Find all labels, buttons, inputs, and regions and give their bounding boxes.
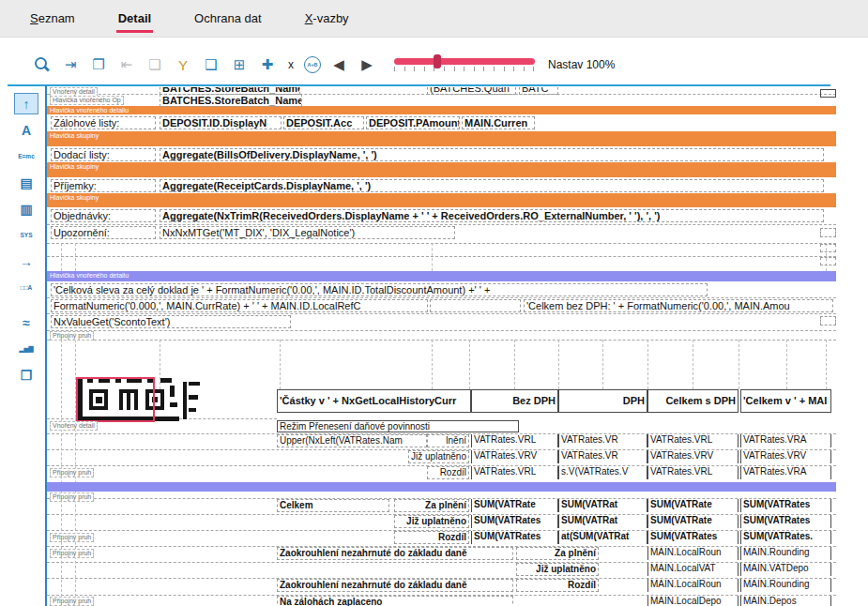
report-field[interactable]: Dodací listy: [51,148,156,161]
band-caption[interactable]: Připojný pruh [50,492,94,502]
tab-detail[interactable]: Detail [118,10,151,26]
design-canvas[interactable]: Hlavička vnořeného detailuHlavička skupi… [47,87,868,606]
report-field[interactable]: Na zálohách zaplaceno [277,596,513,606]
report-field[interactable]: MAIN.LocalDepo [647,596,739,606]
report-field[interactable]: MAIN.LocalRoun [647,579,739,592]
band-caption[interactable]: Připojný pruh [50,533,94,542]
report-field[interactable]: NxValueGet('ScontoText') [51,315,291,328]
next-page-icon[interactable]: ▶ [357,54,377,75]
band-caption[interactable]: Připojný pruh [50,468,94,477]
report-field[interactable]: Za plnění [516,547,599,560]
report-field[interactable]: VATRates.VRL [647,434,739,447]
report-field[interactable]: SUM(VATRates [471,515,558,528]
report-field[interactable]: SUM(VATRate [647,499,739,512]
report-field[interactable]: Zaokrouhlení nezahrnuté do základu daně [277,547,513,560]
report-field[interactable]: 'Celková sleva za celý doklad je ' + For… [51,283,708,296]
report-field[interactable]: Rozdíl [394,531,469,544]
page-section-alt-tool[interactable]: ▥ [14,198,38,220]
report-field[interactable]: MAIN.VATDepo [740,563,831,576]
report-field[interactable] [820,257,836,265]
grid-icon[interactable]: ⊞ [229,54,250,75]
report-field[interactable]: Již uplatněno [394,515,469,528]
report-field[interactable]: SUM(VATRat [558,499,647,512]
tab-seznam[interactable]: Seznam [30,10,75,26]
sys-tool[interactable]: SYS [14,224,38,246]
report-field[interactable]: MAIN.Rounding [740,547,831,560]
chart-tool[interactable]: ▂▅▇ [14,338,38,359]
tab-ochrana-dat[interactable]: Ochrana dat [194,10,262,26]
report-field[interactable]: SUM(VATRates [471,531,558,544]
report-field[interactable]: VATRates.VRV [471,450,558,463]
report-field[interactable]: Za plnění [394,499,469,512]
select-tool[interactable]: ↑ [14,93,38,114]
report-field[interactable]: Objednávky: [51,209,156,222]
band-caption[interactable]: Vnořený detail [50,421,98,431]
report-field[interactable]: MAIN.LocalRoun [647,547,739,560]
report-field[interactable]: Aggregate(NxTrimR(ReceivedOrders.Display… [160,209,824,222]
move-icon[interactable]: ✚ [257,54,278,75]
report-field[interactable]: VATRates.VR [558,450,647,463]
report-field[interactable]: DEPOSIT.Acc [283,116,364,129]
formula-tool[interactable]: E=mc [14,145,38,167]
report-field[interactable]: BATC [519,87,558,95]
band-caption[interactable]: Připojný pruh [50,549,94,558]
report-field[interactable] [820,316,836,326]
report-field[interactable]: 'Částky v ' + NxGetLocalHistoryCurr [277,389,471,413]
wizard-icon[interactable]: Y [173,54,193,75]
report-field[interactable] [430,299,521,312]
zoom-slider-thumb[interactable] [434,54,441,68]
band-strip[interactable]: Hlavička skupiny [47,162,836,177]
report-field[interactable]: Zaokrouhlení nezahrnuté do základu daně [277,579,513,592]
prev-page-icon[interactable]: ◀ [328,54,349,75]
report-field[interactable]: Aggregate(BillsOfDelivery.DisplayName, '… [160,148,824,161]
report-field[interactable] [820,228,836,237]
report-field[interactable]: DEPOSIT.ID.DisplayN [160,116,282,129]
report-field[interactable]: MAIN.LocalVAT [647,563,739,576]
page-export-icon[interactable]: ⇥ [60,54,81,75]
report-field[interactable]: Upper(NxLeft(VATRates.Nam [277,434,427,447]
page-section-tool[interactable]: ▤ [14,172,38,193]
report-field[interactable]: NxNxMTGet('MT_DIX', 'DIX_LegalNotice') [160,226,455,239]
pages-copy-icon[interactable]: ❐ [88,54,109,75]
report-field[interactable] [820,244,836,252]
report-field[interactable]: Režim Přenesení daňové povinnosti [277,420,519,432]
report-field[interactable]: VATRates.VRL [471,466,558,479]
report-field[interactable]: s.V(VATRates.V [558,466,647,479]
report-field[interactable]: MAIN.Depos [740,596,831,606]
report-field[interactable]: VATRates.VRL [647,466,739,479]
report-field[interactable]: VATRates.VRL [471,434,558,447]
flow-arrow-tool[interactable]: → [14,250,38,272]
report-field[interactable]: SUM(VATRates [647,531,739,544]
qr-code-object[interactable] [78,378,204,422]
report-field[interactable]: VATRates.VRV [740,450,831,463]
band-strip[interactable]: Hlavička vnořeného detailu [47,271,836,281]
report-field[interactable]: SUM(VATRate [647,515,739,528]
report-field[interactable]: lnění [427,434,469,447]
report-field[interactable]: 'Celkem v ' + MAI [740,389,831,413]
page-back-icon[interactable]: ⇤ [116,54,137,75]
report-field[interactable] [820,89,836,98]
report-field[interactable]: SUM(VATRate [471,499,558,512]
report-field[interactable]: Již uplatněno [516,563,599,576]
pages-copy-tool[interactable]: ❐ [14,364,38,386]
band-strip[interactable]: Hlavička vnořeného detailu [47,106,836,114]
band-caption[interactable]: Připojný pruh [50,597,94,606]
report-field[interactable]: Rozdíl [427,466,469,479]
report-field[interactable]: Upozornění: [51,226,156,239]
report-field[interactable]: VATRates.VRA [740,466,831,479]
report-field[interactable]: Aggregate(ReceiptCards.DisplayName, ', '… [160,179,824,192]
report-field[interactable]: VATRates.VRA [740,434,831,447]
band-strip[interactable] [47,482,836,492]
wave-tool[interactable]: ≈ [14,311,38,333]
report-field[interactable]: Již uplatněno [408,450,469,463]
report-field[interactable]: Zálohové listy: [51,116,156,129]
report-field[interactable]: (BATCHES.Quan [427,87,516,95]
report-field[interactable]: VATRates.VR [558,434,647,447]
report-field[interactable]: DEPOSIT.PAmount [366,116,460,129]
report-field[interactable]: Bez DPH [471,389,558,413]
tab-x-vazby[interactable]: X-vazby [305,10,349,26]
preview-zoom-icon[interactable] [32,54,53,75]
report-field[interactable]: SUM(VATRates. [740,531,831,544]
report-field[interactable]: MAIN.Curren [462,116,535,129]
report-field[interactable]: SUM(VATRates [740,515,831,528]
